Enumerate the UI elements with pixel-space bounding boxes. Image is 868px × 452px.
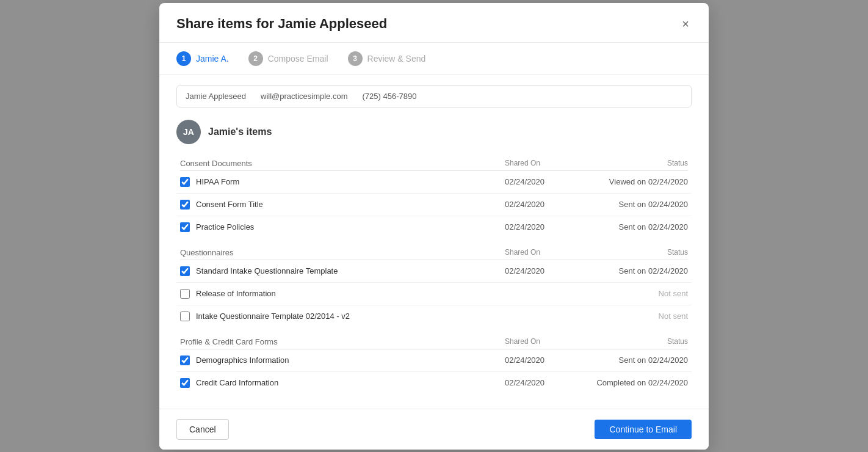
item-date: 02/24/2020: [505, 355, 578, 365]
group-label-questionnaires: Questionnaires: [180, 248, 505, 257]
table-row: Release of InformationNot sent: [176, 283, 692, 305]
table-row: Standard Intake Questionnaire Template02…: [176, 260, 692, 283]
item-status: Completed on 02/24/2020: [578, 378, 688, 387]
item-name: Practice Policies: [196, 222, 505, 231]
avatar: JA: [176, 120, 201, 144]
step-circle-2: 2: [248, 51, 263, 66]
checkbox-questionnaires-2[interactable]: [180, 312, 190, 321]
item-status: Sent on 02/24/2020: [578, 266, 688, 275]
item-date: 02/24/2020: [505, 177, 578, 186]
modal-header: Share items for Jamie Appleseed ×: [159, 3, 709, 43]
item-status: Sent on 02/24/2020: [578, 200, 688, 209]
item-name: Intake Questionnaire Template 02/2014 - …: [196, 312, 505, 321]
patient-row: Jamie Appleseed will@practicesimple.com …: [176, 85, 692, 108]
cancel-button[interactable]: Cancel: [176, 419, 229, 440]
section-title: Jamie's items: [208, 126, 272, 137]
group-status-header-consent: Status: [578, 159, 688, 167]
checkbox-profile-0[interactable]: [180, 355, 190, 365]
step-label-2: Compose Email: [268, 54, 328, 64]
modal-footer: Cancel Continue to Email: [159, 409, 709, 450]
item-name: Demographics Information: [196, 355, 505, 365]
table-row: Intake Questionnaire Template 02/2014 - …: [176, 305, 692, 327]
checkbox-questionnaires-1[interactable]: [180, 289, 190, 299]
patient-email: will@practicesimple.com: [261, 92, 348, 101]
item-status: Viewed on 02/24/2020: [578, 177, 688, 186]
close-button[interactable]: ×: [679, 15, 692, 32]
stepper: 1 Jamie A. 2 Compose Email 3 Review & Se…: [159, 43, 709, 75]
checkbox-questionnaires-0[interactable]: [180, 266, 190, 276]
checkbox-consent-0[interactable]: [180, 177, 190, 187]
group-questionnaires: Questionnaires Shared On Status Standard…: [176, 243, 692, 327]
item-date: 02/24/2020: [505, 266, 578, 275]
table-row: Practice Policies02/24/2020Sent on 02/24…: [176, 216, 692, 238]
step-circle-3: 3: [348, 51, 363, 66]
group-shared-header-consent: Shared On: [505, 159, 578, 167]
modal-body: Jamie Appleseed will@practicesimple.com …: [159, 75, 709, 409]
item-date: 02/24/2020: [505, 200, 578, 209]
step-label-1: Jamie A.: [196, 54, 229, 64]
group-consent: Consent Documents Shared On Status HIPAA…: [176, 154, 692, 238]
step-label-3: Review & Send: [367, 54, 426, 64]
item-status: Not sent: [578, 289, 688, 298]
item-date: 02/24/2020: [505, 222, 578, 231]
item-name: Standard Intake Questionnaire Template: [196, 266, 505, 275]
group-profile: Profile & Credit Card Forms Shared On St…: [176, 332, 692, 394]
item-name: Credit Card Information: [196, 378, 505, 387]
item-name: Consent Form Title: [196, 200, 505, 209]
checkbox-consent-2[interactable]: [180, 222, 190, 232]
group-shared-header-profile: Shared On: [505, 337, 578, 346]
checkbox-profile-1[interactable]: [180, 378, 190, 388]
patient-name: Jamie Appleseed: [186, 92, 246, 101]
step-2[interactable]: 2 Compose Email: [248, 51, 328, 66]
modal-title: Share items for Jamie Appleseed: [176, 16, 387, 32]
group-shared-header-questionnaires: Shared On: [505, 248, 578, 257]
group-status-header-questionnaires: Status: [578, 248, 688, 257]
group-label-profile: Profile & Credit Card Forms: [180, 337, 505, 346]
item-status: Sent on 02/24/2020: [578, 222, 688, 231]
step-circle-1: 1: [176, 51, 191, 66]
continue-button[interactable]: Continue to Email: [595, 420, 692, 439]
patient-phone: (725) 456-7890: [363, 92, 417, 101]
share-modal: Share items for Jamie Appleseed × 1 Jami…: [159, 3, 709, 450]
group-label-consent: Consent Documents: [180, 159, 505, 168]
group-status-header-profile: Status: [578, 337, 688, 346]
item-name: Release of Information: [196, 289, 505, 298]
step-1[interactable]: 1 Jamie A.: [176, 51, 229, 66]
item-status: Not sent: [578, 312, 688, 321]
item-name: HIPAA Form: [196, 177, 505, 186]
table-row: Consent Form Title02/24/2020Sent on 02/2…: [176, 194, 692, 216]
table-row: Demographics Information02/24/2020Sent o…: [176, 349, 692, 372]
step-3[interactable]: 3 Review & Send: [348, 51, 426, 66]
table-row: HIPAA Form02/24/2020Viewed on 02/24/2020: [176, 171, 692, 194]
patient-info: Jamie Appleseed will@practicesimple.com …: [186, 92, 416, 101]
modal-overlay: Share items for Jamie Appleseed × 1 Jami…: [0, 0, 868, 452]
checkbox-consent-1[interactable]: [180, 200, 190, 210]
section-header: JA Jamie's items: [176, 120, 692, 144]
table-row: ➔Credit Card Information02/24/2020Comple…: [176, 372, 692, 394]
item-status: Sent on 02/24/2020: [578, 355, 688, 365]
item-date: 02/24/2020: [505, 378, 578, 387]
groups-container: Consent Documents Shared On Status HIPAA…: [176, 154, 692, 394]
